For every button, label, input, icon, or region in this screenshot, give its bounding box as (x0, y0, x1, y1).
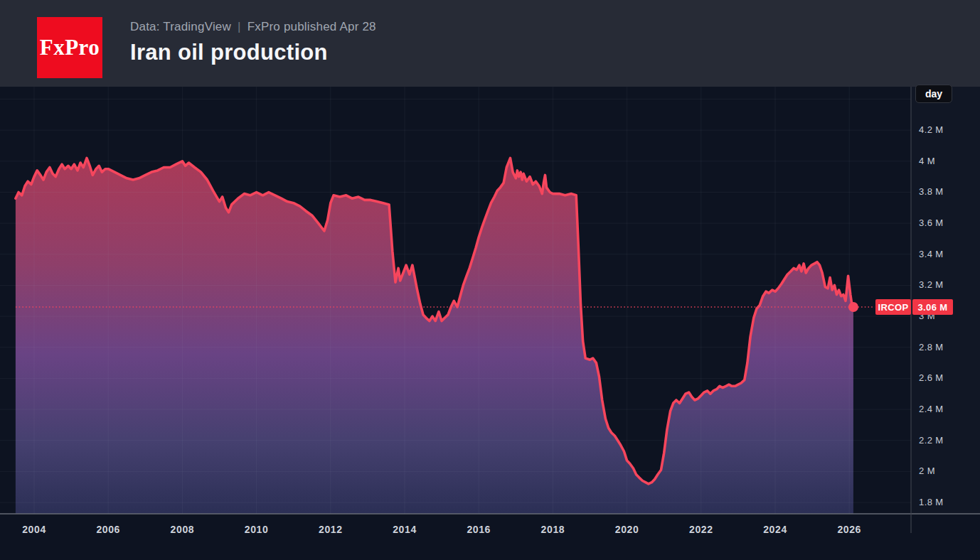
x-axis-label: 2010 (245, 524, 269, 535)
x-axis-label: 2022 (689, 524, 713, 535)
x-axis-label: 2020 (615, 524, 639, 535)
y-axis-label: 2 M (919, 465, 935, 476)
y-axis-label: 2.8 M (919, 342, 944, 352)
fxpro-logo: FxPro (37, 17, 102, 78)
y-axis-label: 2.6 M (919, 372, 944, 383)
y-axis-label: 4.2 M (919, 124, 944, 135)
interval-button[interactable]: day (915, 85, 952, 103)
data-source-text: Data: TradingView (130, 20, 231, 33)
y-axis-label: 2.2 M (919, 435, 944, 446)
header-titles: Data: TradingView|FxPro published Apr 28… (130, 20, 376, 65)
x-axis-label: 2014 (393, 524, 417, 535)
y-axis-label: 4 M (919, 156, 935, 166)
page-title: Iran oil production (130, 40, 376, 65)
y-axis-label: 1.8 M (919, 497, 944, 507)
y-axis-label: 3.6 M (919, 217, 944, 228)
chart-region: 4.2 M4 M3.8 M3.6 M3.4 M3.2 M3 M2.8 M2.6 … (0, 87, 980, 560)
y-axis-label: 3.8 M (919, 186, 944, 197)
x-axis-label: 2012 (319, 524, 343, 535)
y-axis-label: 2.4 M (919, 404, 944, 414)
price-label-value: 3.06 M (912, 299, 953, 315)
x-axis-label: 2018 (541, 524, 565, 535)
y-axis-label: 3.4 M (919, 249, 944, 259)
caption-separator: | (238, 20, 241, 33)
y-axis-label: 3.2 M (919, 279, 944, 290)
last-price-dot (848, 302, 858, 312)
x-axis-label: 2004 (22, 524, 46, 535)
published-text: FxPro published Apr 28 (247, 20, 376, 33)
fxpro-logo-text: FxPro (40, 35, 100, 60)
area-fill (16, 158, 853, 514)
x-axis-label: 2026 (837, 524, 861, 535)
x-axis-label: 2008 (171, 524, 195, 535)
x-axis-label: 2024 (763, 524, 787, 535)
chart-canvas[interactable] (0, 87, 980, 560)
price-label-symbol: IRCOP (875, 299, 911, 315)
x-axis-label: 2006 (96, 524, 120, 535)
chart-source-caption: Data: TradingView|FxPro published Apr 28 (130, 20, 376, 34)
x-axis-label: 2016 (467, 524, 491, 535)
header: FxPro Data: TradingView|FxPro published … (0, 0, 980, 87)
